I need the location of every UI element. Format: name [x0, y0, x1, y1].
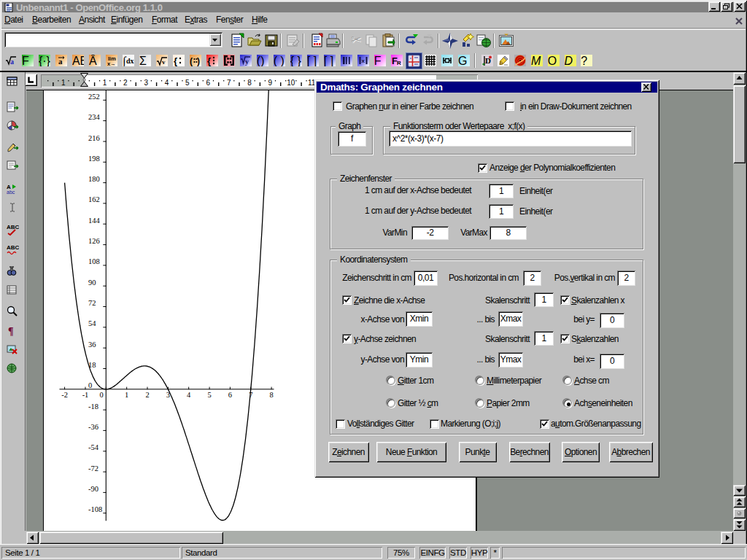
svg-text:8: 8: [269, 391, 273, 399]
svg-text:90: 90: [88, 279, 96, 287]
svg-text:5: 5: [207, 391, 211, 399]
svg-text:-90: -90: [88, 485, 98, 493]
svg-text:252: 252: [88, 93, 100, 101]
svg-text:2: 2: [145, 391, 149, 399]
svg-text:54: 54: [88, 319, 96, 327]
svg-text:-18: -18: [88, 402, 98, 411]
svg-text:-1: -1: [82, 391, 89, 399]
svg-text:6: 6: [228, 391, 232, 399]
svg-text:-108: -108: [88, 505, 102, 513]
svg-text:4: 4: [187, 391, 191, 399]
svg-text:36: 36: [88, 341, 96, 349]
svg-text:144: 144: [88, 217, 101, 225]
svg-text:126: 126: [88, 237, 100, 245]
svg-text:72: 72: [88, 299, 96, 307]
svg-text:-2: -2: [61, 391, 68, 399]
svg-text:216: 216: [88, 134, 100, 142]
svg-text:180: 180: [88, 175, 100, 183]
svg-text:0: 0: [88, 381, 92, 389]
svg-text:0: 0: [100, 391, 104, 399]
svg-text:234: 234: [88, 113, 101, 121]
svg-text:1: 1: [125, 391, 128, 399]
svg-text:108: 108: [88, 257, 100, 265]
svg-text:198: 198: [88, 155, 100, 163]
svg-text:162: 162: [88, 195, 100, 203]
svg-text:-36: -36: [88, 423, 98, 431]
svg-text:-54: -54: [88, 443, 99, 451]
svg-text:-72: -72: [88, 464, 98, 472]
